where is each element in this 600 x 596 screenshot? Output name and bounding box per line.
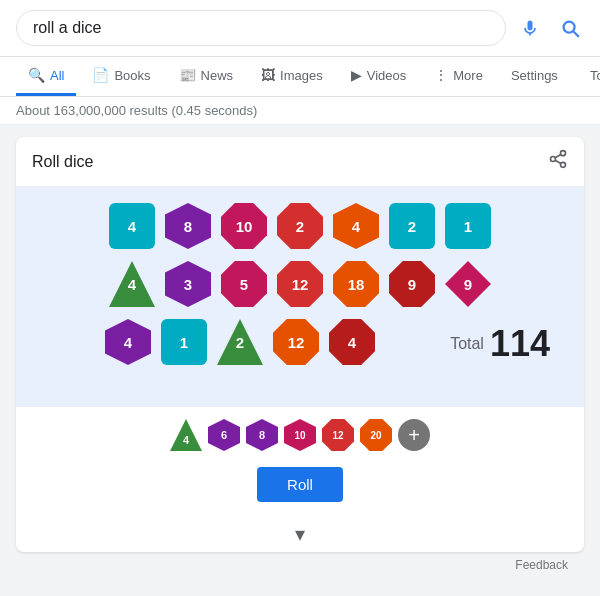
die-2-6[interactable]: 9 [389, 261, 435, 307]
total-value: 114 [490, 323, 550, 365]
die-2-2[interactable]: 3 [165, 261, 211, 307]
dice-row-3: 4 1 2 12 4 [46, 319, 434, 365]
die-1-4[interactable]: 2 [277, 203, 323, 249]
dice-card-header: Roll dice [16, 137, 584, 187]
die-option-8[interactable]: 8 [246, 419, 278, 451]
chevron-down-icon[interactable]: ▾ [295, 522, 305, 546]
svg-point-1 [551, 157, 556, 162]
die-2-4[interactable]: 12 [277, 261, 323, 307]
images-icon: 🖼 [261, 67, 275, 83]
total-label: Total [450, 335, 484, 353]
tab-images[interactable]: 🖼 Images [249, 57, 335, 96]
die-2-5[interactable]: 18 [333, 261, 379, 307]
dice-play-area: 4 8 10 2 4 2 1 4 3 5 [16, 187, 584, 407]
tab-news[interactable]: 📰 News [167, 57, 246, 96]
videos-icon: ▶ [351, 67, 362, 83]
tab-more[interactable]: ⋮ More [422, 57, 495, 96]
dice-card: Roll dice 4 8 10 [16, 137, 584, 552]
results-info: About 163,000,000 results (0.45 seconds) [0, 97, 600, 125]
die-3-4[interactable]: 12 [273, 319, 319, 365]
tab-all[interactable]: 🔍 All [16, 57, 76, 96]
dice-card-title: Roll dice [32, 153, 93, 171]
die-3-5[interactable]: 4 [329, 319, 375, 365]
die-option-6[interactable]: 6 [208, 419, 240, 451]
search-bar [0, 0, 600, 57]
roll-button-container: Roll [16, 459, 584, 516]
nav-tabs: 🔍 All 📄 Books 📰 News 🖼 Images ▶ Videos ⋮… [0, 57, 600, 97]
dice-row-2: 4 3 5 12 18 9 9 [36, 261, 564, 307]
die-option-10[interactable]: 10 [284, 419, 316, 451]
dice-selector: 4 6 8 10 12 20 + [16, 407, 584, 459]
main-content: Roll dice 4 8 10 [0, 125, 600, 588]
svg-point-2 [561, 162, 566, 167]
die-2-3[interactable]: 5 [221, 261, 267, 307]
svg-line-4 [555, 154, 561, 157]
chevron-container: ▾ [16, 516, 584, 552]
books-icon: 📄 [92, 67, 109, 83]
total-area: Total 114 [434, 323, 554, 365]
all-icon: 🔍 [28, 67, 45, 83]
dice-row-1: 4 8 10 2 4 2 1 [36, 203, 564, 249]
more-icon: ⋮ [434, 67, 448, 83]
die-1-7[interactable]: 1 [445, 203, 491, 249]
die-option-add[interactable]: + [398, 419, 430, 451]
svg-point-0 [561, 151, 566, 156]
die-option-12[interactable]: 12 [322, 419, 354, 451]
die-3-1[interactable]: 4 [105, 319, 151, 365]
feedback-link[interactable]: Feedback [515, 558, 568, 572]
share-icon[interactable] [548, 149, 568, 174]
die-3-2[interactable]: 1 [161, 319, 207, 365]
die-1-1[interactable]: 4 [109, 203, 155, 249]
die-1-5[interactable]: 4 [333, 203, 379, 249]
die-option-20[interactable]: 20 [360, 419, 392, 451]
die-option-4[interactable]: 4 [170, 419, 202, 451]
microphone-icon[interactable] [516, 14, 544, 42]
die-1-3[interactable]: 10 [221, 203, 267, 249]
roll-button[interactable]: Roll [257, 467, 343, 502]
nav-right: Settings Tools [499, 58, 600, 96]
die-1-2[interactable]: 8 [165, 203, 211, 249]
tab-videos[interactable]: ▶ Videos [339, 57, 419, 96]
svg-line-3 [555, 160, 561, 163]
feedback-area: Feedback [16, 552, 584, 576]
die-1-6[interactable]: 2 [389, 203, 435, 249]
search-button[interactable] [556, 14, 584, 42]
die-2-1[interactable]: 4 [109, 261, 155, 307]
tab-tools[interactable]: Tools [578, 58, 600, 96]
tab-settings[interactable]: Settings [499, 58, 570, 96]
die-2-7[interactable]: 9 [445, 261, 491, 307]
tab-books[interactable]: 📄 Books [80, 57, 162, 96]
news-icon: 📰 [179, 67, 196, 83]
die-3-3[interactable]: 2 [217, 319, 263, 365]
search-input[interactable] [16, 10, 506, 46]
